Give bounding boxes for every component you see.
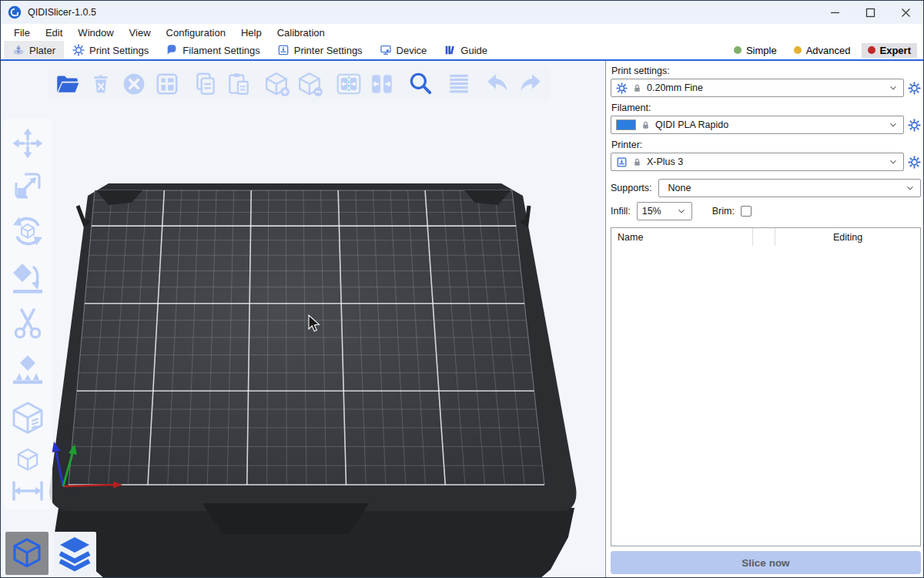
- tab-label: Plater: [29, 45, 55, 56]
- menu-bar: File Edit Window View Configuration Help…: [1, 24, 923, 41]
- 3d-editor-cube-icon: [10, 536, 44, 570]
- chevron-down-icon: [676, 206, 687, 217]
- remove-instance-icon[interactable]: [297, 71, 323, 97]
- printer-value: X-Plus 3: [647, 156, 883, 167]
- copy-icon[interactable]: [192, 71, 219, 97]
- object-list-header: Name Editing: [611, 228, 920, 246]
- mode-simple[interactable]: Simple: [728, 43, 783, 58]
- place-on-face-icon[interactable]: [10, 259, 45, 297]
- column-name: Name: [611, 232, 752, 243]
- printer-combo[interactable]: X-Plus 3: [611, 153, 904, 171]
- chevron-down-icon: [888, 119, 899, 130]
- brim-checkbox[interactable]: [741, 206, 752, 217]
- menu-window[interactable]: Window: [70, 25, 121, 40]
- redo-icon[interactable]: [517, 71, 544, 97]
- print-bed: [1, 61, 605, 577]
- tab-label: Print Settings: [89, 45, 149, 56]
- scale-icon[interactable]: [11, 168, 45, 203]
- print-settings-gear-button[interactable]: [908, 82, 921, 95]
- variable-layer-height-icon[interactable]: [446, 71, 472, 97]
- simple-dot-icon: [734, 46, 742, 54]
- move-icon[interactable]: [11, 126, 45, 161]
- infill-label: Infill:: [611, 206, 631, 217]
- brim-label: Brim:: [712, 206, 735, 217]
- printer-icon: [277, 44, 290, 56]
- supports-label: Supports:: [611, 183, 652, 193]
- title-bar: QIDISlicer-1.0.5: [1, 1, 923, 24]
- filament-color-swatch: [616, 119, 636, 130]
- delete-all-icon[interactable]: [121, 71, 147, 97]
- menu-view[interactable]: View: [122, 25, 159, 40]
- measure-icon[interactable]: [10, 480, 45, 502]
- delete-icon[interactable]: [88, 71, 114, 97]
- paste-icon[interactable]: [226, 71, 252, 97]
- tab-guide[interactable]: Guide: [435, 41, 496, 59]
- column-extruder: [752, 228, 775, 246]
- object-list: Name Editing: [611, 227, 921, 546]
- menu-help[interactable]: Help: [233, 25, 270, 40]
- mode-expert[interactable]: Expert: [862, 43, 917, 58]
- settings-sidebar: Print settings: 0.20mm Fine Filament: QI…: [606, 61, 923, 577]
- advanced-dot-icon: [794, 46, 802, 54]
- undo-icon[interactable]: [484, 71, 511, 97]
- maximize-button[interactable]: [852, 1, 888, 24]
- bed-front-tab: [203, 503, 369, 534]
- fuzzy-skin-icon[interactable]: [9, 398, 46, 440]
- view-mode-toggles: [5, 532, 96, 575]
- print-settings-label: Print settings:: [611, 66, 921, 76]
- mode-advanced[interactable]: Advanced: [788, 43, 857, 58]
- supports-combo[interactable]: None: [658, 179, 921, 197]
- object-list-body[interactable]: [611, 246, 920, 546]
- tab-bar: Plater Print Settings Filament Settings …: [1, 41, 923, 61]
- menu-file[interactable]: File: [6, 25, 38, 40]
- menu-configuration[interactable]: Configuration: [159, 25, 233, 40]
- menu-edit[interactable]: Edit: [38, 25, 70, 40]
- tab-print-settings[interactable]: Print Settings: [64, 41, 157, 59]
- filament-icon: [166, 44, 178, 56]
- preview-button[interactable]: [53, 532, 96, 575]
- supports-value: None: [664, 183, 900, 193]
- filament-combo[interactable]: QIDI PLA Rapido: [611, 116, 904, 134]
- menu-calibration[interactable]: Calibration: [270, 25, 333, 40]
- paint-supports-icon[interactable]: [10, 351, 45, 391]
- plater-toolbar: [49, 66, 550, 102]
- cut-icon[interactable]: [10, 304, 45, 344]
- chevron-down-icon: [888, 82, 899, 93]
- 3d-viewport[interactable]: [1, 61, 605, 577]
- print-settings-value: 0.20mm Fine: [647, 82, 883, 93]
- tab-label: Printer Settings: [294, 45, 363, 56]
- open-icon[interactable]: [55, 71, 81, 97]
- arrange-icon[interactable]: [154, 71, 180, 97]
- tab-printer-settings[interactable]: Printer Settings: [269, 41, 371, 59]
- search-icon[interactable]: [407, 71, 434, 97]
- tab-plater[interactable]: Plater: [4, 41, 64, 59]
- add-instance-icon[interactable]: [264, 71, 290, 97]
- tab-label: Filament Settings: [182, 45, 259, 56]
- split-parts-icon[interactable]: [369, 71, 395, 97]
- split-objects-icon[interactable]: [336, 71, 362, 97]
- tab-label: Device: [397, 45, 427, 56]
- slice-now-button[interactable]: Slice now: [611, 551, 921, 574]
- expert-dot-icon: [868, 46, 875, 54]
- minimize-button[interactable]: [817, 1, 852, 24]
- preview-layers-icon: [56, 535, 93, 572]
- chevron-down-icon: [888, 156, 899, 167]
- infill-combo[interactable]: 15%: [637, 202, 692, 220]
- mmu-paint-icon[interactable]: [15, 447, 41, 473]
- plater-icon: [12, 44, 25, 56]
- device-icon: [380, 44, 392, 56]
- printer-label: Printer:: [611, 139, 921, 150]
- tab-filament-settings[interactable]: Filament Settings: [157, 41, 268, 59]
- print-settings-combo[interactable]: 0.20mm Fine: [611, 79, 904, 97]
- printer-icon: [616, 156, 628, 168]
- tab-device[interactable]: Device: [371, 41, 436, 59]
- rotate-icon[interactable]: [9, 210, 46, 252]
- mode-label: Advanced: [806, 45, 851, 56]
- 3d-editor-view-button[interactable]: [5, 532, 49, 575]
- close-button[interactable]: [888, 1, 923, 24]
- mode-label: Expert: [880, 45, 911, 56]
- chevron-down-icon: [905, 183, 916, 193]
- printer-gear-button[interactable]: [908, 156, 921, 169]
- filament-gear-button[interactable]: [908, 119, 921, 132]
- lock-icon: [632, 157, 642, 167]
